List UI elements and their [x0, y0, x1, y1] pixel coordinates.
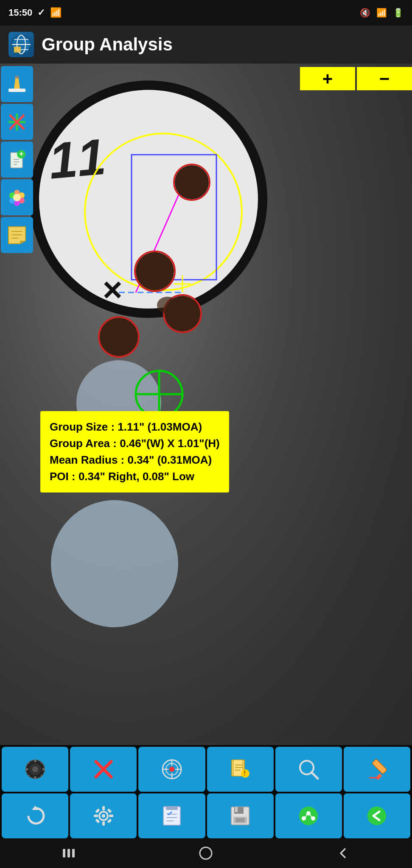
toolbar-row-2	[0, 792, 412, 838]
svg-rect-112	[67, 849, 70, 857]
status-time: 15:50	[8, 7, 32, 18]
svg-point-45	[13, 194, 21, 201]
sticky-note-btn[interactable]	[1, 217, 33, 253]
svg-text:+: +	[19, 150, 24, 158]
svg-rect-92	[95, 818, 100, 823]
svg-rect-86	[102, 806, 105, 810]
svg-rect-81	[376, 773, 383, 780]
status-left: 15:50 ✓ 📶	[8, 7, 62, 18]
brush-tool-btn[interactable]	[1, 66, 33, 102]
nav-bar	[0, 838, 412, 868]
settings-btn[interactable]	[70, 793, 137, 838]
poi-text: POI : 0.34" Right, 0.08" Low	[50, 468, 220, 485]
status-right: 🔇 📶 🔋	[360, 8, 404, 18]
mean-radius-text: Mean Radius : 0.34" (0.31MOA)	[50, 452, 220, 468]
share-btn[interactable]	[275, 793, 342, 838]
svg-rect-95	[166, 807, 178, 810]
bullet-detect-btn[interactable]	[2, 747, 68, 792]
add-doc-btn[interactable]: +	[1, 142, 33, 178]
page-title: Group Analysis	[42, 34, 173, 55]
svg-text:!: !	[244, 770, 246, 777]
gallery-btn[interactable]	[1, 179, 33, 215]
main-content: 11 ✕ Grou	[0, 64, 412, 745]
svg-rect-101	[235, 807, 238, 812]
refresh-btn[interactable]	[2, 793, 68, 838]
svg-rect-103	[235, 818, 245, 822]
svg-rect-111	[63, 849, 65, 857]
svg-point-53	[32, 766, 38, 772]
target-poi-btn[interactable]	[138, 747, 205, 792]
svg-point-104	[299, 807, 318, 825]
nav-recents-btn[interactable]	[56, 840, 81, 866]
save-btn[interactable]	[207, 793, 274, 838]
wifi-icon: 📶	[50, 7, 62, 18]
bottom-toolbar: !	[0, 745, 412, 838]
signal-icon: 📶	[376, 8, 387, 18]
nav-home-btn[interactable]	[193, 840, 219, 866]
target-number: 11	[46, 127, 108, 190]
toolbar-row-1: !	[0, 745, 412, 792]
svg-point-110	[367, 807, 386, 825]
zoom-out-btn[interactable]: −	[357, 67, 412, 90]
target-bottom-circle	[51, 500, 178, 627]
svg-rect-87	[102, 821, 105, 826]
delete-btn[interactable]	[70, 747, 137, 792]
title-bar: Group Analysis	[0, 25, 412, 64]
svg-rect-93	[107, 818, 112, 823]
info-panel: Group Size : 1.11" (1.03MOA) Group Area …	[40, 411, 229, 492]
svg-rect-26	[8, 89, 25, 92]
target-ring	[30, 81, 267, 318]
svg-point-114	[200, 847, 212, 859]
mute-icon: 🔇	[360, 8, 370, 18]
checklist-btn[interactable]	[138, 793, 205, 838]
move-tool-btn[interactable]	[1, 104, 33, 140]
svg-rect-90	[95, 808, 100, 813]
group-size-text: Group Size : 1.11" (1.03MOA)	[50, 419, 220, 435]
svg-rect-80	[372, 759, 387, 774]
edit-btn[interactable]	[344, 747, 410, 792]
battery-icon: 🔋	[393, 8, 404, 18]
svg-rect-88	[94, 815, 98, 817]
svg-rect-113	[72, 849, 75, 857]
svg-line-79	[311, 772, 318, 779]
zoom-controls: + −	[300, 67, 412, 90]
check-icon: ✓	[37, 7, 45, 18]
svg-rect-89	[109, 815, 113, 817]
nav-back-btn[interactable]	[331, 840, 356, 866]
left-toolbar: +	[0, 64, 35, 745]
status-bar: 15:50 ✓ 📶 🔇 📶 🔋	[0, 0, 412, 25]
zoom-in-btn[interactable]: +	[300, 67, 355, 90]
svg-point-85	[102, 814, 105, 818]
svg-rect-28	[15, 76, 19, 78]
svg-rect-91	[107, 808, 112, 813]
group-area-text: Group Area : 0.46"(W) X 1.01"(H)	[50, 435, 220, 452]
app-icon	[8, 32, 34, 57]
search-btn[interactable]	[275, 747, 342, 792]
notes-btn[interactable]: !	[207, 747, 274, 792]
back-btn[interactable]	[344, 793, 410, 838]
svg-rect-5	[14, 47, 21, 53]
svg-point-66	[169, 767, 174, 772]
